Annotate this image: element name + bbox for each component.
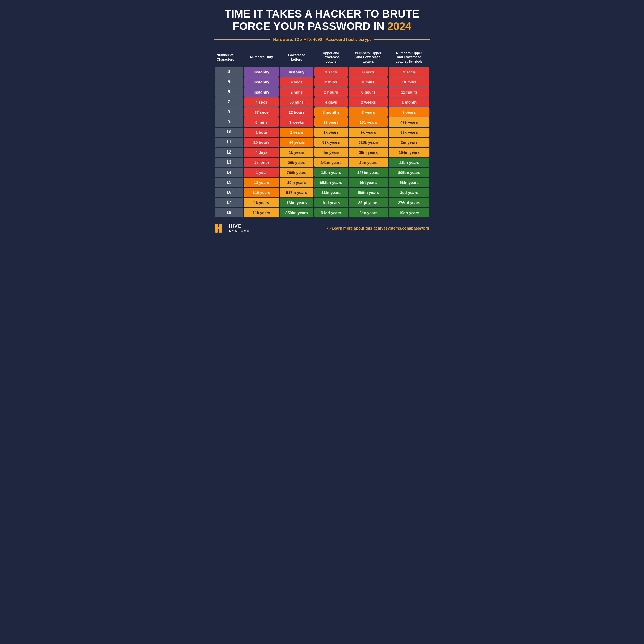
cell-c5: 12 hours — [389, 87, 429, 97]
hardware-text: Hardware: 12 x RTX 4090 | Password hash:… — [273, 37, 371, 42]
cell-c3: 89k years — [314, 138, 348, 147]
cell-c4: 2bn years — [349, 158, 388, 167]
table-row: 837 secs22 hours8 months3 years7 years — [215, 107, 429, 117]
cell-c2: 50 mins — [280, 97, 313, 107]
cell-c2: 2 mins — [280, 87, 313, 97]
cell-c2: 29k years — [280, 158, 313, 167]
cell-c1: 119 years — [244, 188, 279, 197]
cell-chars: 10 — [215, 128, 243, 137]
cell-c5: 19qn years — [389, 208, 429, 217]
cell-c3: 1k years — [314, 128, 348, 137]
logo-systems: SYSTEMS — [229, 229, 250, 233]
cell-c3: 2 mins — [314, 77, 348, 87]
cell-chars: 17 — [215, 198, 243, 207]
cell-c1: 37 secs — [244, 107, 279, 117]
cell-chars: 4 — [215, 67, 243, 77]
divider-right — [374, 39, 430, 40]
cell-c1: 1 year — [244, 168, 279, 177]
col-header-all: Numbers, Upperand LowercaseLetters, Symb… — [389, 48, 429, 67]
hive-logo-icon — [215, 223, 226, 234]
cell-c1: Instantly — [244, 67, 279, 77]
col-header-numbers: Numbers Only — [244, 48, 279, 67]
cell-c5: 11bn years — [389, 158, 429, 167]
table-header-row: Number ofCharacters Numbers Only Lowerca… — [215, 48, 429, 67]
cell-c5: 3qd years — [389, 188, 429, 197]
table-row: 131 month29k years241m years2bn years11b… — [215, 158, 429, 167]
cell-c3: 33 years — [314, 117, 348, 127]
table-row: 74 secs50 mins4 days2 weeks1 month — [215, 97, 429, 107]
cell-chars: 9 — [215, 117, 243, 127]
cell-c4: 3 years — [349, 107, 388, 117]
cell-c4: 9k years — [349, 128, 388, 137]
cell-c3: 33tn years — [314, 188, 348, 197]
hardware-bar: Hardware: 12 x RTX 4090 | Password hash:… — [214, 37, 430, 42]
table-row: 1110 hours44 years89k years618k years2m … — [215, 138, 429, 147]
cell-c4: 2qn years — [349, 208, 388, 217]
col-header-lower: LowercaseLetters — [280, 48, 313, 67]
cell-chars: 7 — [215, 97, 243, 107]
cell-c5: 33k years — [389, 128, 429, 137]
cell-c5: 164m years — [389, 148, 429, 157]
cell-chars: 16 — [215, 188, 243, 197]
footer-link[interactable]: › › Learn more about this at hivesystems… — [327, 226, 429, 231]
cell-c5: 479 years — [389, 117, 429, 127]
table-row: 141 year766k years12bn years147bn years8… — [215, 168, 429, 177]
cell-c4: 147bn years — [349, 168, 388, 177]
cell-c1: Instantly — [244, 87, 279, 97]
cell-c1: Instantly — [244, 77, 279, 87]
table-row: 171k years13bn years1qd years35qd years2… — [215, 198, 429, 207]
cell-c5: 1 month — [389, 97, 429, 107]
cell-c4: 6 mins — [349, 77, 388, 87]
footer-url[interactable]: hivesystems.com/password — [378, 226, 429, 230]
cell-c4: 618k years — [349, 138, 388, 147]
cell-c2: Instantly — [280, 67, 313, 77]
cell-c5: 276qd years — [389, 198, 429, 207]
cell-c3: 241m years — [314, 158, 348, 167]
cell-c4: 2 weeks — [349, 97, 388, 107]
cell-c3: 91qd years — [314, 208, 348, 217]
cell-chars: 12 — [215, 148, 243, 157]
cell-c5: 56tn years — [389, 178, 429, 187]
cell-c4: 35qd years — [349, 198, 388, 207]
cell-c5: 2m years — [389, 138, 429, 147]
table-row: 96 mins3 weeks33 years161 years479 years — [215, 117, 429, 127]
cell-c2: 22 hours — [280, 107, 313, 117]
cell-c1: 6 mins — [244, 117, 279, 127]
footer-arrow: › — [327, 226, 328, 231]
cell-c2: 44 years — [280, 138, 313, 147]
cell-c3: 652bn years — [314, 178, 348, 187]
cell-c1: 4 secs — [244, 97, 279, 107]
cell-c2: 2 years — [280, 128, 313, 137]
cell-chars: 11 — [215, 138, 243, 147]
footer-link-prefix: › Learn more about this at — [329, 226, 378, 230]
cell-c4: 38m years — [349, 148, 388, 157]
cell-c2: 1k years — [280, 148, 313, 157]
cell-chars: 13 — [215, 158, 243, 167]
cell-chars: 15 — [215, 178, 243, 187]
cell-c5: 805bn years — [389, 168, 429, 177]
cell-c2: 4 secs — [280, 77, 313, 87]
footer: HIVE SYSTEMS › › Learn more about this a… — [214, 223, 430, 234]
cell-chars: 8 — [215, 107, 243, 117]
table-row: 1512 years19m years652bn years9tn years5… — [215, 178, 429, 187]
cell-chars: 6 — [215, 87, 243, 97]
cell-c2: 766k years — [280, 168, 313, 177]
cell-c4: 161 years — [349, 117, 388, 127]
cell-c3: 4m years — [314, 148, 348, 157]
cell-c1: 1 hour — [244, 128, 279, 137]
cell-c3: 4 days — [314, 97, 348, 107]
cell-c2: 517m years — [280, 188, 313, 197]
table-row: 1811k years350bn years91qd years2qn year… — [215, 208, 429, 217]
password-table: Number ofCharacters Numbers Only Lowerca… — [214, 48, 430, 218]
cell-c2: 350bn years — [280, 208, 313, 217]
table-row: 4InstantlyInstantly3 secs6 secs9 secs — [215, 67, 429, 77]
cell-c2: 19m years — [280, 178, 313, 187]
table-row: 6Instantly2 mins2 hours6 hours12 hours — [215, 87, 429, 97]
cell-c5: 7 years — [389, 107, 429, 117]
cell-c3: 8 months — [314, 107, 348, 117]
cell-chars: 14 — [215, 168, 243, 177]
title-block: TIME IT TAKES A HACKER TO BRUTE FORCE YO… — [214, 8, 430, 33]
cell-c4: 566tn years — [349, 188, 388, 197]
col-header-upper-lower: Upper andLowercaseLetters — [314, 48, 348, 67]
table-row: 101 hour2 years1k years9k years33k years — [215, 128, 429, 137]
